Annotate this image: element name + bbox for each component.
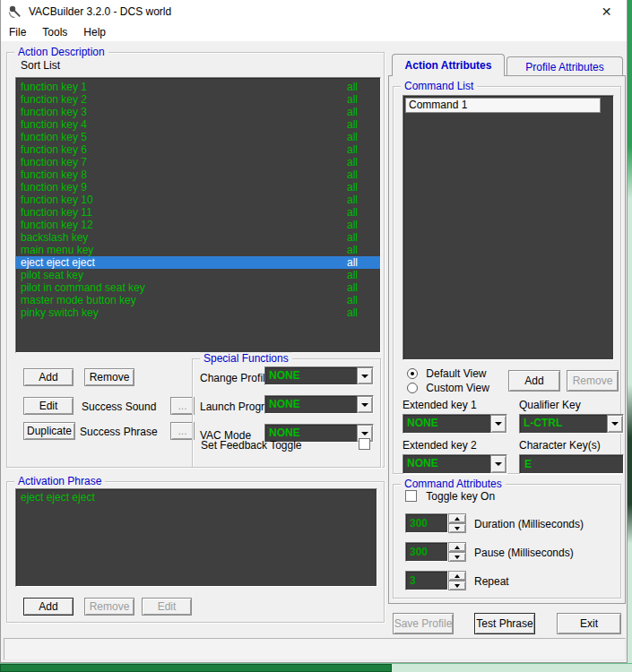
spinner-down-button[interactable]: [448, 581, 466, 590]
command-list-item[interactable]: Command 1: [405, 98, 601, 113]
command-add-button[interactable]: Add: [508, 370, 560, 392]
special-functions-rows: Change Profile NONE Launch Program NONE: [193, 366, 380, 445]
combo-dropdown-button[interactable]: [357, 367, 373, 384]
qualifier-key-combo[interactable]: L-CTRL: [519, 414, 624, 434]
spinner-field[interactable]: 300: [405, 542, 448, 562]
action-list-row[interactable]: function key 10 all: [16, 194, 380, 206]
default-view-radio[interactable]: [407, 368, 418, 379]
action-list-row[interactable]: pilot in command seat key all: [16, 281, 380, 294]
menu-item[interactable]: Help: [75, 24, 114, 40]
action-scope: all: [347, 181, 358, 194]
extended-key-1-label: Extended key 1: [403, 399, 477, 411]
command-attributes-group: Command Attributes Toggle key On 300: [393, 484, 621, 599]
success-phrase-label: Success Phrase: [80, 426, 158, 438]
action-list-row[interactable]: master mode button key all: [16, 294, 380, 306]
action-edit-button[interactable]: Edit: [23, 397, 74, 415]
toggle-key-checkbox[interactable]: [405, 490, 417, 502]
spinner-field[interactable]: 300: [405, 513, 448, 533]
spinner-up-button[interactable]: [448, 571, 466, 581]
status-bar: [4, 638, 626, 660]
background-right-strip: [628, 0, 632, 663]
action-list-row[interactable]: backslash key all: [16, 231, 380, 244]
action-list-row[interactable]: pinky switch key all: [16, 306, 380, 319]
close-button[interactable]: ✕: [586, 0, 627, 22]
spinner-down-button[interactable]: [448, 523, 466, 533]
default-view-option[interactable]: Default View: [407, 367, 487, 380]
toggle-key-option[interactable]: Toggle key On: [405, 490, 495, 503]
action-list-row[interactable]: function key 11 all: [16, 206, 380, 219]
spinner-value: 3: [410, 574, 416, 587]
extended-key-1-combo[interactable]: NONE: [403, 414, 507, 434]
action-list-row[interactable]: function key 5 all: [16, 131, 380, 143]
action-duplicate-button[interactable]: Duplicate: [23, 422, 75, 440]
combo-dropdown-button[interactable]: [490, 415, 506, 433]
action-list[interactable]: function key 1 all function key 2 all fu…: [15, 77, 381, 353]
arrow-down-icon: [455, 556, 460, 559]
action-remove-button[interactable]: Remove: [84, 368, 134, 386]
action-scope: all: [347, 106, 358, 118]
spinner-label: Pause (Milliseconds): [474, 547, 574, 559]
menu-item[interactable]: File: [1, 24, 34, 40]
action-list-row[interactable]: function key 12 all: [16, 219, 380, 231]
spinner-up-button[interactable]: [448, 513, 466, 523]
action-list-row[interactable]: eject eject eject all: [16, 256, 380, 269]
spinner-value: 300: [410, 546, 428, 558]
phrase-remove-button[interactable]: Remove: [84, 598, 134, 616]
action-list-row[interactable]: function key 2 all: [16, 93, 380, 106]
exit-button[interactable]: Exit: [557, 613, 621, 634]
action-scope: all: [347, 244, 358, 256]
action-list-row[interactable]: main menu key all: [16, 244, 380, 256]
phrase-add-button[interactable]: Add: [23, 598, 74, 616]
action-list-row[interactable]: function key 8 all: [16, 168, 380, 181]
character-keys-field[interactable]: E: [519, 454, 624, 474]
command-remove-button[interactable]: Remove: [567, 370, 619, 392]
command-list[interactable]: Command 1: [403, 95, 614, 360]
menu-bar: FileToolsHelp: [1, 22, 627, 41]
set-feedback-toggle-checkbox[interactable]: [359, 438, 370, 450]
combo-dropdown-button[interactable]: [357, 396, 373, 413]
special-function-combo[interactable]: NONE: [264, 366, 374, 385]
action-list-row[interactable]: function key 9 all: [16, 181, 380, 194]
activation-phrase-list[interactable]: eject eject eject: [15, 488, 377, 587]
combo-dropdown-button[interactable]: [490, 455, 506, 473]
action-label: backslash key: [21, 231, 88, 244]
combo-dropdown-button[interactable]: [607, 415, 623, 433]
action-label: function key 10: [21, 194, 93, 206]
spinner-field[interactable]: 3: [405, 571, 448, 590]
activation-phrase-item[interactable]: eject eject eject: [16, 489, 377, 504]
tab-action-attributes[interactable]: Action Attributes: [392, 54, 505, 76]
action-list-row[interactable]: function key 4 all: [16, 118, 380, 131]
success-phrase-browse-button[interactable]: ...: [170, 422, 195, 440]
chevron-down-icon: [361, 432, 368, 435]
action-add-button[interactable]: Add: [23, 368, 74, 386]
tab-profile-attributes[interactable]: Profile Attributes: [506, 56, 623, 76]
phrase-edit-button[interactable]: Edit: [142, 598, 192, 616]
chevron-down-icon: [495, 462, 502, 466]
spinner-buttons: [448, 542, 466, 562]
success-sound-browse-button[interactable]: ...: [170, 397, 195, 415]
action-label: function key 11: [21, 206, 92, 219]
action-label: function key 7: [21, 156, 87, 168]
special-function-combo[interactable]: NONE: [264, 395, 374, 414]
character-keys-label: Character Key(s): [519, 439, 601, 452]
custom-view-radio[interactable]: [407, 383, 418, 393]
save-profile-button[interactable]: Save Profile: [393, 613, 454, 634]
spinner-up-button[interactable]: [448, 542, 466, 552]
spinner-down-button[interactable]: [448, 552, 466, 562]
sort-list-label: Sort List: [21, 59, 60, 72]
action-list-row[interactable]: function key 7 all: [16, 156, 380, 168]
action-list-row[interactable]: pilot seat key all: [16, 269, 380, 281]
action-label: eject eject eject: [21, 256, 95, 269]
action-list-row[interactable]: function key 6 all: [16, 143, 380, 156]
action-label: function key 5: [21, 131, 87, 143]
menu-item[interactable]: Tools: [34, 24, 75, 40]
custom-view-label: Custom View: [426, 382, 489, 394]
spinner-label: Repeat: [474, 575, 509, 588]
extended-key-2-combo[interactable]: NONE: [403, 454, 507, 474]
action-scope: all: [347, 143, 358, 156]
special-function-label: Change Profile: [200, 372, 271, 384]
action-list-row[interactable]: function key 3 all: [16, 106, 380, 118]
action-list-row[interactable]: function key 1 all: [16, 81, 380, 93]
custom-view-option[interactable]: Custom View: [407, 382, 489, 394]
test-phrase-button[interactable]: Test Phrase: [474, 613, 535, 634]
